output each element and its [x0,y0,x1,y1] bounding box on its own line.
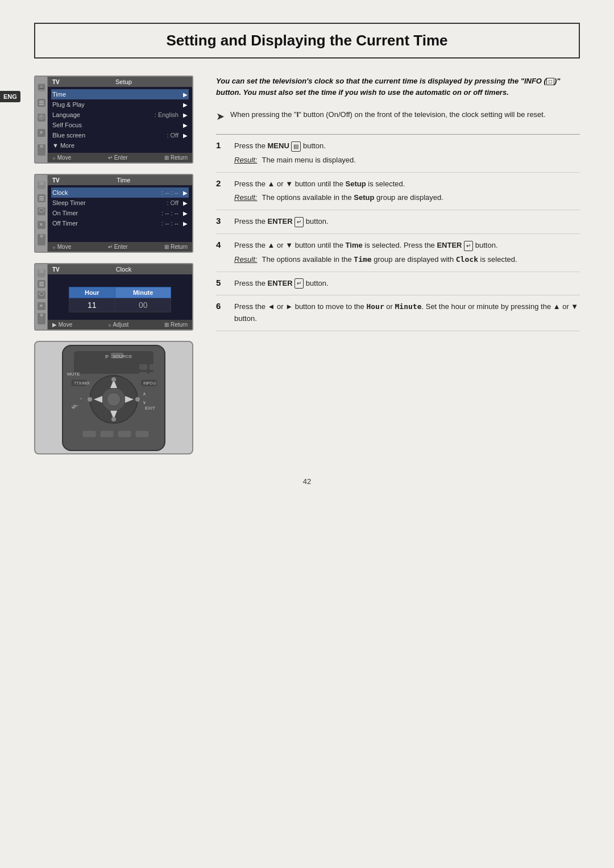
tv-icon-1b [38,99,45,107]
right-column: You can set the television's clock so th… [216,76,580,454]
menu-item-more: ▼ More [51,140,189,151]
step-instruction-3: Press the ENTER ↵ button. [234,216,580,228]
tv-main-setup: TV Setup Time ▶ Plug & Play ▶ [48,77,192,162]
tv-main-time: TV Time Clock : -- : -- ▶ Sleep Timer : … [48,175,192,252]
menu-item-selffocus: Self Focus ▶ [51,120,189,130]
remote-control-area: P SOURCE MUTE [34,341,193,454]
svg-point-24 [111,417,116,422]
tv-label-2: TV [52,177,60,183]
step-2: 2 Press the ▲ or ▼ button until the Setu… [216,173,580,211]
tv-icon-3c [38,291,45,299]
svg-rect-30 [150,372,157,378]
tv-header-setup: TV Setup [48,77,192,87]
result-label-2: Result: [234,192,257,204]
tv-icon-2b [38,194,45,202]
step-1: 1 Press the MENU ▤ button. Result: The m… [216,135,580,173]
tv-icon-3e: ⚙ [38,313,45,324]
tv-side-icons-1: ✕ ⚙ [35,77,48,162]
svg-text:EXIT: EXIT [145,406,155,411]
step-instruction-5: Press the ENTER ↵ button. [234,278,580,290]
tv-body-clock: Hour Minute 11 00 [48,274,192,320]
svg-point-23 [111,377,116,382]
enter-icon-4: ↵ [464,241,473,251]
tv-icon-3b [38,280,45,288]
tv-icon-1d: ✕ [38,129,45,137]
tv-icon-2c [38,207,45,215]
step-content-6: Press the ◄ or ► button to move to the H… [234,301,580,325]
step-3: 3 Press the ENTER ↵ button. [216,210,580,234]
menu-item-clock: Clock : -- : -- ▶ [51,187,189,198]
svg-rect-22 [135,431,149,437]
tv-header-time: TV Time [48,175,192,185]
step-4: 4 Press the ▲ or ▼ button until the Time… [216,234,580,272]
eng-badge: ENG [0,91,20,102]
tv-body-time: Clock : -- : -- ▶ Sleep Timer : Off ▶ On… [48,185,192,242]
tv-footer-time: ⬦ Move ↵ Enter ⊞ Return [48,242,192,252]
step-6: 6 Press the ◄ or ► button to move to the… [216,295,580,331]
tv-main-clock: TV Clock Hour Minute 11 00 [48,264,192,329]
tv-icon-1c [38,114,45,122]
enter-icon-3: ↵ [294,217,304,227]
result-text-1: The main menu is displayed. [262,155,355,166]
menu-item-language: Language : English ▶ [51,110,189,120]
footer-return-1: ⊞ Return [164,155,188,161]
step-result-2: Result: The options available in the Set… [234,192,580,204]
page-number: 42 [34,477,580,486]
footer-return-2: ⊞ Return [164,244,188,250]
svg-rect-35 [74,391,84,397]
step-5: 5 Press the ENTER ↵ button. [216,272,580,296]
svg-text:SOURCE: SOURCE [113,354,132,359]
tv-icon-1a [38,84,45,91]
step-content-3: Press the ENTER ↵ button. [234,216,580,228]
footer-enter-1: ↵ Enter [108,155,128,161]
tv-label-1: TV [52,79,60,85]
step-content-4: Press the ▲ or ▼ button until the Time i… [234,240,580,266]
note-arrow: ➤ [216,110,225,123]
svg-text:∨: ∨ [143,400,146,405]
svg-rect-28 [150,364,157,370]
tv-icon-3a [38,269,45,277]
tv-icon-2a [38,181,45,189]
step-content-5: Press the ENTER ↵ button. [234,278,580,290]
svg-point-26 [135,397,140,402]
svg-point-12 [107,393,121,406]
menu-item-bluescreen: Blue screen : Off ▶ [51,130,189,140]
tv-footer-clock: ▶ Move ⬦ Adjust ⊞ Return [48,320,192,329]
menu-item-offtimer: Off Timer : -- : -- ▶ [51,218,189,228]
footer-move-3: ▶ Move [52,322,72,328]
clock-hour-header: Hour [69,287,115,298]
tv-icon-3d: ✕ [38,302,45,310]
result-label-1: Result: [234,155,257,166]
tv-icon-2d: ✕ [38,221,45,229]
footer-return-3: ⊞ Return [164,322,188,328]
svg-rect-36 [74,399,84,405]
result-text-4: The options available in the Time group … [262,254,517,266]
step-result-1: Result: The main menu is displayed. [234,155,580,166]
step-number-5: 5 [216,278,226,287]
note-text: When pressing the "I" button (On/Off) on… [230,109,546,120]
step-content-1: Press the MENU ▤ button. Result: The mai… [234,140,580,166]
steps-container: 1 Press the MENU ▤ button. Result: The m… [216,134,580,331]
svg-rect-27 [139,364,147,370]
tv-title-clock: Clock [60,266,188,273]
tv-screen-setup: ✕ ⚙ TV Setup Time ▶ [34,76,193,164]
left-column: ✕ ⚙ TV Setup Time ▶ [34,76,193,454]
step-number-1: 1 [216,140,226,150]
tv-side-icons-3: ✕ ⚙ [35,264,48,329]
step-result-4: Result: The options available in the Tim… [234,254,580,266]
tv-body-setup: Time ▶ Plug & Play ▶ Language : English … [48,87,192,153]
tv-label-3: TV [52,266,60,273]
svg-rect-19 [82,431,96,437]
tv-screen-time: ✕ ⚙ TV Time Clock : -- : - [34,174,193,253]
clock-minute-value: 00 [115,298,171,312]
menu-item-time: Time ▶ [51,89,189,99]
step-instruction-6: Press the ◄ or ► button to move to the H… [234,301,580,325]
footer-enter-2: ↵ Enter [108,244,128,250]
tv-icon-2e: ⚙ [38,234,45,245]
note-box: ➤ When pressing the "I" button (On/Off) … [216,109,580,123]
result-text-2: The options available in the Setup group… [262,192,443,204]
tv-screen-clock: ✕ ⚙ TV Clock Hour [34,263,193,331]
tv-title-setup: Setup [60,78,188,85]
svg-text:MUTE: MUTE [67,372,80,377]
step-number-6: 6 [216,301,226,311]
